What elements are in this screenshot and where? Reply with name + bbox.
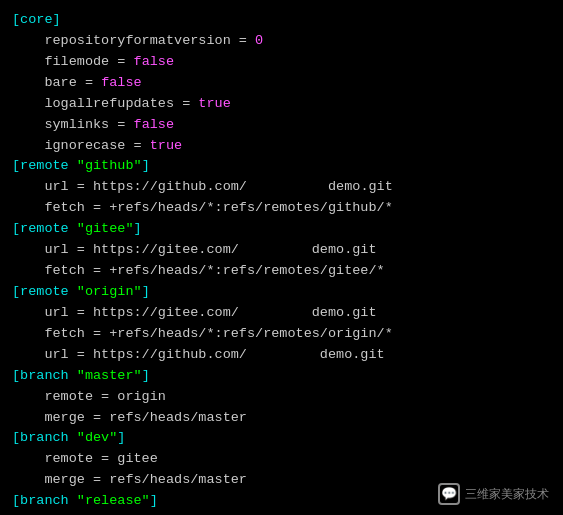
terminal-line: url = https://github.com/████████ demo.g…: [12, 345, 551, 366]
terminal: [core] repositoryformatversion = 0 filem…: [0, 0, 563, 515]
terminal-line: filemode = false: [12, 52, 551, 73]
terminal-line: [remote "github"]: [12, 156, 551, 177]
terminal-line: remote = origin: [12, 387, 551, 408]
terminal-line: [branch "master"]: [12, 366, 551, 387]
terminal-line: remote = gitee: [12, 449, 551, 470]
terminal-line: bare = false: [12, 73, 551, 94]
terminal-line: fetch = +refs/heads/*:refs/remotes/gitee…: [12, 261, 551, 282]
terminal-line: [branch "dev"]: [12, 428, 551, 449]
terminal-line: url = https://gitee.com/████████ demo.gi…: [12, 240, 551, 261]
terminal-line: fetch = +refs/heads/*:refs/remotes/githu…: [12, 198, 551, 219]
terminal-line: [remote "gitee"]: [12, 219, 551, 240]
watermark-text: 三维家美家技术: [465, 485, 549, 504]
watermark: 💬 三维家美家技术: [438, 483, 549, 505]
terminal-line: ignorecase = true: [12, 136, 551, 157]
terminal-line: repositoryformatversion = 0: [12, 31, 551, 52]
terminal-line: [remote "origin"]: [12, 282, 551, 303]
terminal-line: url = https://github.com/█████████ demo.…: [12, 177, 551, 198]
terminal-line: logallrefupdates = true: [12, 94, 551, 115]
terminal-line: symlinks = false: [12, 115, 551, 136]
terminal-line: url = https://gitee.com/████████ demo.gi…: [12, 303, 551, 324]
terminal-line: merge = refs/heads/master: [12, 408, 551, 429]
terminal-line: fetch = +refs/heads/*:refs/remotes/origi…: [12, 324, 551, 345]
wechat-icon: 💬: [438, 483, 460, 505]
terminal-line: [core]: [12, 10, 551, 31]
